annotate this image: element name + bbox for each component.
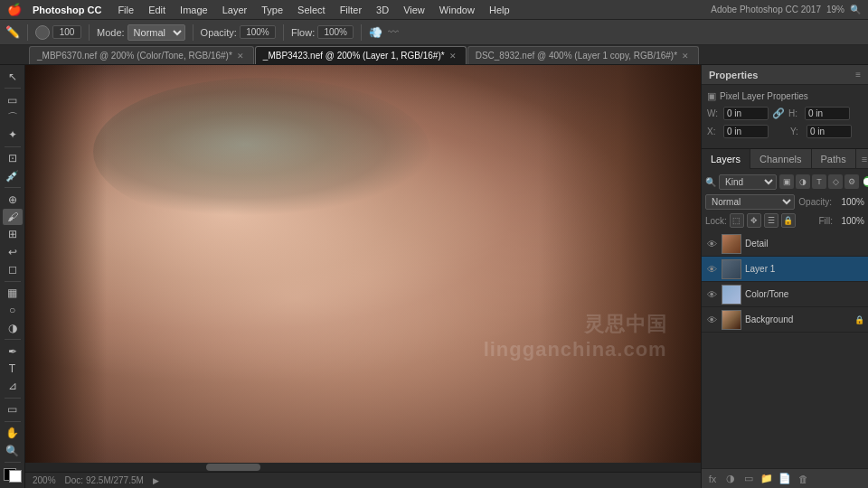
layer-item-colortone[interactable]: 👁 Color/Tone xyxy=(702,282,868,307)
tool-history-brush[interactable]: ↩ xyxy=(3,244,23,259)
menu-filter[interactable]: Filter xyxy=(335,4,367,16)
smart-filter-btn[interactable]: ⚙ xyxy=(844,174,859,189)
tool-blur[interactable]: ○ xyxy=(3,303,23,318)
delete-layer-btn[interactable]: 🗑 xyxy=(796,472,810,486)
brush-size-value[interactable]: 100 xyxy=(52,25,81,39)
layer-item-layer1[interactable]: 👁 Layer 1 xyxy=(702,257,868,282)
layer-name-colortone: Color/Tone xyxy=(745,289,864,299)
blend-mode-select[interactable]: Normal Multiply Screen Overlay Soft Ligh… xyxy=(705,194,795,210)
tab-dsc8932[interactable]: DSC_8932.nef @ 400% (Layer 1 copy, RGB/1… xyxy=(467,46,699,64)
tab-close-1[interactable]: ✕ xyxy=(237,52,244,61)
adjustment-btn[interactable]: ◑ xyxy=(723,472,738,486)
lock-artboard-btn[interactable]: ☰ xyxy=(764,213,778,228)
brush-icon[interactable]: ✏️ xyxy=(5,25,20,39)
group-btn[interactable]: 📁 xyxy=(760,472,774,486)
tool-clone[interactable]: ⊞ xyxy=(3,227,23,242)
tool-dodge[interactable]: ◑ xyxy=(3,320,23,335)
opacity-label-layers: Opacity: xyxy=(798,197,832,207)
visibility-detail[interactable]: 👁 xyxy=(705,238,718,250)
tab-close-2[interactable]: ✕ xyxy=(449,52,457,61)
menu-image[interactable]: Image xyxy=(175,4,213,16)
tool-path-select[interactable]: ⊿ xyxy=(3,379,23,394)
tool-hand[interactable]: ✋ xyxy=(3,426,23,441)
link-icon[interactable]: 🔗 xyxy=(772,108,785,119)
fill-value[interactable]: 100% xyxy=(835,216,864,226)
shape-filter-btn[interactable]: ◇ xyxy=(828,174,843,189)
tool-lasso[interactable]: ⌒ xyxy=(3,109,23,125)
visibility-colortone[interactable]: 👁 xyxy=(705,288,718,301)
apple-logo-icon[interactable]: 🍎 xyxy=(7,3,22,16)
type-filter-btn[interactable]: T xyxy=(812,174,826,189)
menu-3d[interactable]: 3D xyxy=(371,4,394,16)
adjustment-filter-btn[interactable]: ◑ xyxy=(796,174,810,189)
kind-filter-select[interactable]: Kind Name Effect Mode Attribute xyxy=(719,174,777,190)
menu-layer[interactable]: Layer xyxy=(217,4,253,16)
tool-gradient[interactable]: ▦ xyxy=(3,285,23,300)
menu-type[interactable]: Type xyxy=(256,4,288,16)
filter-toggle[interactable] xyxy=(863,176,868,187)
menu-view[interactable]: View xyxy=(398,4,430,16)
menu-select[interactable]: Select xyxy=(292,4,331,16)
tool-text[interactable]: T xyxy=(3,361,23,376)
visibility-layer1[interactable]: 👁 xyxy=(705,263,718,276)
tab-channels[interactable]: Channels xyxy=(750,149,811,169)
horizontal-scrollbar[interactable] xyxy=(25,463,701,472)
layers-panel-menu-btn[interactable]: ≡ xyxy=(856,154,868,164)
layer-item-detail[interactable]: 👁 Detail xyxy=(702,231,868,257)
layer-name-detail: Detail xyxy=(745,239,864,249)
x-input[interactable] xyxy=(723,125,769,138)
tool-zoom[interactable]: 🔍 xyxy=(3,443,23,458)
airbrush-icon[interactable]: 💨 xyxy=(369,26,382,39)
tab-paths[interactable]: Paths xyxy=(812,149,856,169)
tool-eyedropper[interactable]: 💉 xyxy=(3,168,23,183)
mode-select[interactable]: Normal Multiply Screen Overlay xyxy=(127,24,185,41)
menu-window[interactable]: Window xyxy=(434,4,480,16)
layers-tabs: Layers Channels Paths ≡ xyxy=(702,149,868,169)
brush-size-preset[interactable]: 100 xyxy=(35,25,81,40)
lock-pixels-btn[interactable]: ⬚ xyxy=(730,213,744,228)
thumb-background xyxy=(722,310,741,330)
options-sep-4 xyxy=(283,24,284,41)
lock-position-btn[interactable]: ✥ xyxy=(747,213,761,228)
smoothing-icon[interactable]: 〰 xyxy=(388,26,399,39)
layer-item-background[interactable]: 👁 Background 🔒 xyxy=(702,307,868,333)
tool-move[interactable]: ↖ xyxy=(3,69,23,84)
color-swatch-group[interactable] xyxy=(4,468,22,483)
tool-quick-select[interactable]: ✦ xyxy=(3,127,23,143)
opacity-value[interactable]: 100% xyxy=(240,25,276,39)
tool-brush[interactable]: 🖌 xyxy=(3,209,23,224)
tab-layers[interactable]: Layers xyxy=(702,149,750,169)
tool-sep-7 xyxy=(5,421,21,422)
tab-mbp6370[interactable]: _MBP6370.nef @ 200% (Color/Tone, RGB/16#… xyxy=(29,46,254,64)
background-color[interactable] xyxy=(9,470,22,483)
opacity-value-layers[interactable]: 100% xyxy=(835,197,864,207)
w-input[interactable] xyxy=(723,107,769,120)
flow-value[interactable]: 100% xyxy=(317,25,354,39)
tool-healing[interactable]: ⊕ xyxy=(3,192,23,207)
menu-file[interactable]: File xyxy=(112,4,139,16)
tool-marquee[interactable]: ▭ xyxy=(3,92,23,108)
mode-label: Mode: xyxy=(97,27,125,38)
scroll-thumb-h[interactable] xyxy=(206,464,260,471)
visibility-background[interactable]: 👁 xyxy=(705,314,718,326)
arrow-icon[interactable]: ▶ xyxy=(153,476,159,485)
mask-btn[interactable]: ▭ xyxy=(741,472,756,486)
canvas-area[interactable]: 灵思中国 lingganchina.com 200% Doc: 92.5M/27… xyxy=(25,65,701,488)
tool-pen[interactable]: ✒ xyxy=(3,343,23,359)
properties-menu-btn[interactable]: ≡ xyxy=(855,70,861,80)
zoom-level[interactable]: 200% xyxy=(33,475,56,485)
tool-shape[interactable]: ▭ xyxy=(3,402,23,418)
tool-crop[interactable]: ⊡ xyxy=(3,151,23,166)
pixel-filter-btn[interactable]: ▣ xyxy=(779,174,794,189)
lock-all-btn[interactable]: 🔒 xyxy=(781,213,796,228)
tab-mbp3423[interactable]: _MBP3423.nef @ 200% (Layer 1, RGB/16#)* … xyxy=(255,46,467,64)
new-layer-btn[interactable]: 📄 xyxy=(778,472,792,486)
h-input[interactable] xyxy=(805,107,850,120)
search-icon[interactable]: 🔍 xyxy=(850,5,861,14)
tool-eraser[interactable]: ◻ xyxy=(3,261,23,277)
tab-close-3[interactable]: ✕ xyxy=(682,52,689,61)
y-input[interactable] xyxy=(807,125,852,138)
menu-help[interactable]: Help xyxy=(484,4,515,16)
menu-edit[interactable]: Edit xyxy=(143,4,171,16)
fx-btn[interactable]: fx xyxy=(705,472,720,486)
